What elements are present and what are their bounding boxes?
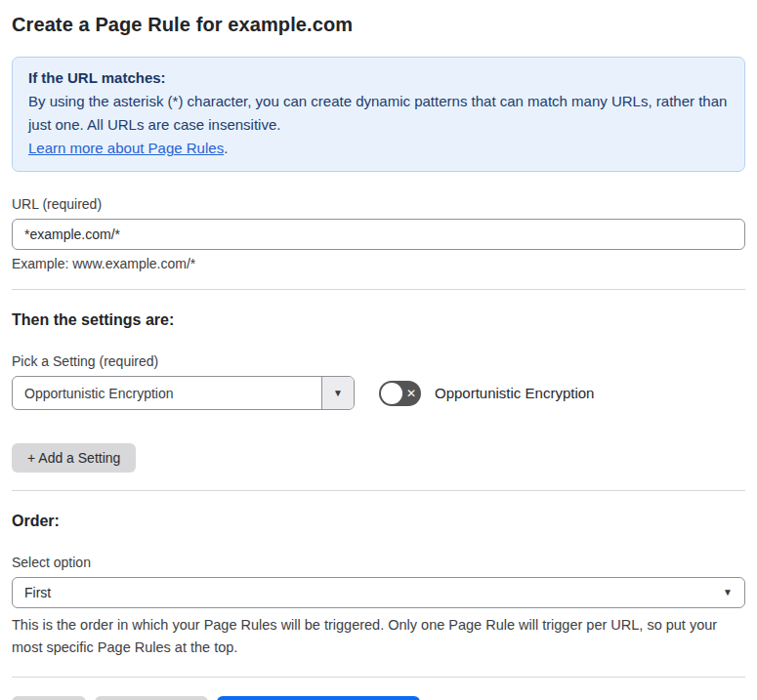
- setting-dropdown[interactable]: Opportunistic Encryption ▼: [12, 376, 355, 410]
- setting-row: Opportunistic Encryption ▼ ✕ Opportunist…: [12, 376, 745, 410]
- setting-toggle[interactable]: ✕: [379, 381, 421, 406]
- toggle-knob: [381, 383, 402, 404]
- setting-dropdown-caret-button[interactable]: ▼: [321, 377, 354, 409]
- section-divider: [12, 289, 745, 290]
- order-select[interactable]: First ▼: [12, 577, 745, 608]
- setting-toggle-label: Opportunistic Encryption: [435, 385, 594, 401]
- callout-body: By using the asterisk (*) character, you…: [28, 90, 729, 137]
- save-draft-button[interactable]: Save as Draft: [95, 696, 209, 700]
- order-heading: Order:: [12, 513, 745, 530]
- save-deploy-button[interactable]: Save and Deploy Page Rule: [217, 696, 420, 700]
- callout-heading: If the URL matches:: [28, 66, 729, 90]
- action-buttons: Cancel Save as Draft Save and Deploy Pag…: [12, 696, 745, 700]
- section-divider: [12, 677, 745, 678]
- add-setting-button[interactable]: + Add a Setting: [12, 443, 136, 473]
- page-title: Create a Page Rule for example.com: [12, 14, 745, 36]
- setting-toggle-group: ✕ Opportunistic Encryption: [379, 381, 594, 406]
- order-select-value: First: [24, 585, 51, 600]
- caret-down-icon: ▼: [723, 588, 733, 597]
- callout-link-line: Learn more about Page Rules.: [28, 137, 729, 160]
- learn-more-link[interactable]: Learn more about Page Rules: [28, 140, 224, 156]
- order-help-text: This is the order in which your Page Rul…: [12, 614, 745, 659]
- toggle-off-icon: ✕: [406, 388, 416, 399]
- setting-dropdown-value: Opportunistic Encryption: [13, 377, 321, 409]
- url-label: URL (required): [12, 196, 745, 212]
- pick-setting-label: Pick a Setting (required): [12, 353, 745, 369]
- cancel-button[interactable]: Cancel: [12, 696, 86, 700]
- select-option-label: Select option: [12, 555, 745, 570]
- caret-down-icon: ▼: [333, 389, 343, 398]
- url-matches-callout: If the URL matches: By using the asteris…: [12, 57, 745, 172]
- link-period: .: [224, 140, 228, 156]
- section-divider: [12, 490, 745, 491]
- settings-heading: Then the settings are:: [12, 311, 745, 329]
- url-input[interactable]: [12, 219, 745, 250]
- url-hint: Example: www.example.com/*: [12, 256, 745, 271]
